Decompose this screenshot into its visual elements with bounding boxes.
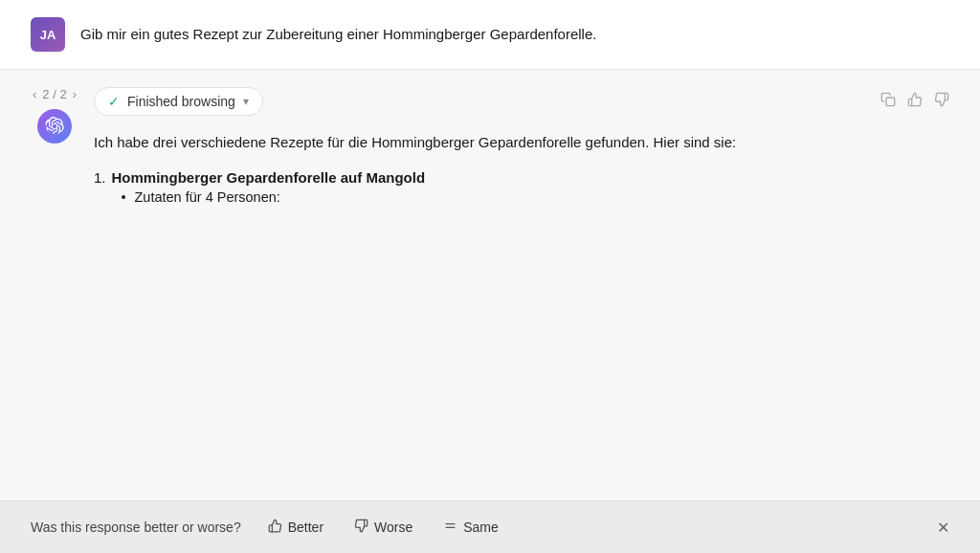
intro-text: Ich habe drei verschiedene Rezepte für d…: [94, 131, 949, 154]
response-area: ‹ 2 / 2 › ✓ Finished browsing ▾: [0, 70, 980, 553]
feedback-question: Was this response better or worse?: [31, 520, 241, 535]
thumbs-up-icon: [268, 519, 282, 536]
recipe-item-1: 1. Hommingberger Gepardenforelle auf Man…: [94, 169, 949, 210]
avatar: JA: [31, 17, 65, 52]
prev-nav-button[interactable]: ‹: [31, 87, 38, 101]
same-label: Same: [463, 520, 499, 535]
response-body: Ich habe drei verschiedene Rezepte für d…: [94, 131, 949, 500]
user-message-text: Gib mir ein gutes Rezept zur Zubereitung…: [80, 24, 596, 46]
avatar-initials: JA: [40, 28, 56, 42]
check-icon: ✓: [108, 94, 120, 109]
response-left-column: ‹ 2 / 2 ›: [31, 87, 78, 500]
recipe-ingredients-section: Zutaten für 4 Personen:: [112, 186, 426, 210]
copy-icon[interactable]: [880, 92, 896, 111]
list-item: Zutaten für 4 Personen:: [120, 186, 426, 210]
action-icons: [880, 92, 949, 111]
nav-controls: ‹ 2 / 2 ›: [31, 87, 78, 101]
chatgpt-logo: [37, 109, 72, 144]
finished-browsing-pill[interactable]: ✓ Finished browsing ▾: [94, 87, 263, 116]
recipe-title: Hommingberger Gepardenforelle auf Mangol…: [112, 169, 426, 186]
worse-label: Worse: [374, 520, 412, 535]
close-feedback-button[interactable]: ✕: [937, 519, 949, 537]
recipe-number: 1.: [94, 169, 106, 210]
next-nav-button[interactable]: ›: [71, 87, 78, 101]
same-icon: [443, 519, 457, 536]
browsing-bar: ✓ Finished browsing ▾: [94, 87, 949, 116]
browsing-label: Finished browsing: [127, 94, 235, 109]
same-button[interactable]: Same: [435, 515, 506, 540]
better-label: Better: [288, 520, 323, 535]
user-message-row: JA Gib mir ein gutes Rezept zur Zubereit…: [0, 0, 980, 70]
thumbs-up-icon[interactable]: [907, 92, 923, 111]
worse-button[interactable]: Worse: [346, 515, 420, 540]
svg-rect-0: [886, 98, 895, 106]
better-button[interactable]: Better: [260, 515, 331, 540]
thumbs-down-icon: [354, 519, 368, 536]
nav-counter: 2 / 2: [42, 87, 66, 101]
response-content-column: ✓ Finished browsing ▾: [94, 87, 949, 500]
thumbs-down-icon[interactable]: [934, 92, 949, 111]
feedback-buttons: Better Worse Same: [260, 515, 506, 540]
chevron-down-icon: ▾: [243, 95, 249, 108]
feedback-bar: Was this response better or worse? Bette…: [0, 500, 980, 553]
